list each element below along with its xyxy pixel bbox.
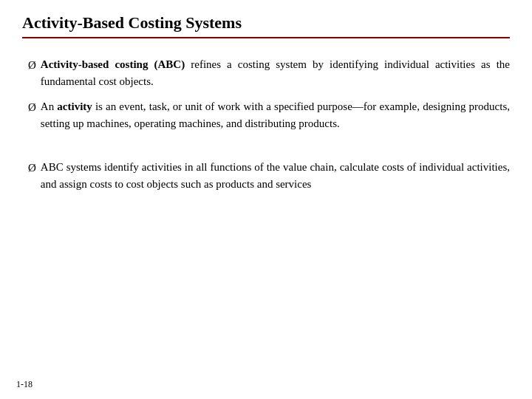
title-section: Activity-Based Costing Systems xyxy=(22,13,510,49)
bullet-symbol-3: Ø xyxy=(28,160,36,177)
bullet3-text: ABC systems identify activities in all f… xyxy=(41,161,510,190)
bullet2-prefix: An xyxy=(41,100,57,112)
term-activity: activity xyxy=(57,100,92,112)
bullet-item-3: Ø ABC systems identify activities in all… xyxy=(28,159,510,194)
bullet-text-3: ABC systems identify activities in all f… xyxy=(41,159,510,194)
spacer xyxy=(28,143,510,149)
bullet-text-1: Activity-based costing (ABC) refines a c… xyxy=(41,56,510,91)
bullet-group-1: Ø Activity-based costing (ABC) refines a… xyxy=(28,56,510,132)
slide-title: Activity-Based Costing Systems xyxy=(22,13,510,33)
bullet2-text: is an event, task, or unit of work with … xyxy=(41,100,510,129)
term-abc: Activity-based costing (ABC) xyxy=(41,58,185,70)
bullet-item-2: Ø An activity is an event, task, or unit… xyxy=(28,98,510,133)
slide-number: 1-18 xyxy=(16,379,33,390)
title-underline xyxy=(22,37,510,38)
bullet-item-1: Ø Activity-based costing (ABC) refines a… xyxy=(28,56,510,91)
content-area: Ø Activity-based costing (ABC) refines a… xyxy=(22,56,510,386)
slide-container: Activity-Based Costing Systems Ø Activit… xyxy=(0,0,532,399)
bullet-symbol-2: Ø xyxy=(28,99,36,116)
bullet-group-2: Ø ABC systems identify activities in all… xyxy=(28,159,510,194)
bullet-symbol-1: Ø xyxy=(28,57,36,74)
bullet-text-2: An activity is an event, task, or unit o… xyxy=(41,98,510,133)
